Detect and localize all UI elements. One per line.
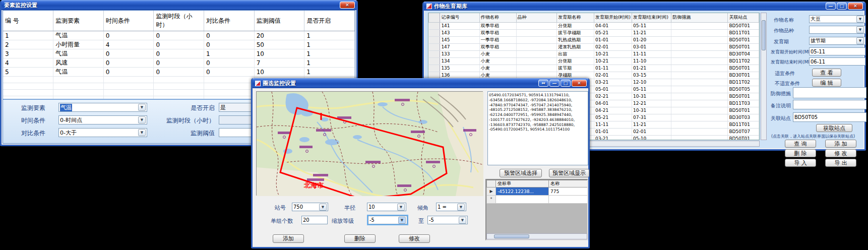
chevron-down-icon[interactable]: ▼ <box>398 217 406 224</box>
group-count-input[interactable]: 20 <box>301 216 328 224</box>
coordinates-textbox[interactable]: 05490.0172034571, 905914.1131794110, -63… <box>487 91 588 165</box>
chevron-down-icon[interactable]: ▼ <box>138 104 146 111</box>
table-cell <box>671 93 728 100</box>
table-cell: 05-01 <box>594 86 632 93</box>
table-cell: 小麦 <box>479 65 516 72</box>
import-button[interactable]: 导 入 <box>785 159 816 167</box>
get-station-button[interactable]: 获取站点 <box>816 124 852 132</box>
table-cell: 0 <box>154 58 204 68</box>
minimize-icon[interactable]: — <box>826 3 836 10</box>
table-row[interactable]: 141双季早稻分蘖期04-0105-11BD50T01 <box>429 22 759 29</box>
area-show-button[interactable]: 预警区域显示 <box>549 169 589 177</box>
chevron-down-icon[interactable]: ▼ <box>138 129 146 136</box>
table-cell <box>671 36 728 43</box>
modify-region-button[interactable]: 修改 <box>399 234 430 243</box>
time-cond-value: 0-时间点 <box>60 116 82 124</box>
table-row[interactable]: 135小麦拔节期01-1101-21BD50T01 <box>429 65 759 72</box>
element-combo[interactable]: 气温 ▼ <box>58 103 147 112</box>
chevron-down-icon[interactable]: ▼ <box>856 16 864 23</box>
zoom-to-combo[interactable]: -5▼ <box>427 216 468 224</box>
restore-icon[interactable]: ⇔ <box>538 80 548 87</box>
compare-combo[interactable]: 0-大于 ▼ <box>58 128 147 137</box>
table-row[interactable]: 1气温000201 <box>3 31 355 40</box>
table-row[interactable]: 3气温001101 <box>3 49 355 58</box>
add-region-button[interactable]: 添加 <box>273 234 304 243</box>
close-icon[interactable]: ✕ <box>848 3 863 10</box>
radius-combo[interactable]: 10▼ <box>367 203 406 211</box>
zoom-level-combo[interactable]: -5▼ <box>368 216 407 224</box>
suitable-cond-button[interactable]: 查 看 <box>812 69 841 77</box>
chevron-down-icon[interactable]: ▼ <box>319 204 327 211</box>
query-button[interactable]: 查 询 <box>785 140 816 148</box>
table-cell <box>671 22 728 29</box>
table-row[interactable]: 136小麦孕穗期02-0103-15BD30T01 <box>429 72 759 79</box>
table-row[interactable]: 5气温000101 <box>3 68 355 77</box>
table-cell: 50 <box>254 40 304 49</box>
stage-end-input[interactable]: 06-11 <box>809 57 865 66</box>
remark-textarea[interactable] <box>793 100 866 109</box>
area-select-button[interactable]: 预警区域选择 <box>500 169 542 177</box>
chevron-down-icon[interactable]: ▼ <box>397 204 405 211</box>
chevron-down-icon[interactable]: ▼ <box>457 204 465 211</box>
table-cell: BD50T01 <box>728 36 759 43</box>
table-row[interactable]: 133小麦出苗10-2111-11BD30T04 <box>429 50 759 57</box>
chevron-down-icon[interactable]: ▼ <box>856 37 864 44</box>
table-cell <box>516 36 557 43</box>
minimize-icon[interactable]: — <box>549 80 560 87</box>
close-icon[interactable]: ✕ <box>572 80 587 87</box>
delete-region-button[interactable]: 删除 <box>344 234 376 243</box>
table-cell: 3 <box>3 49 53 58</box>
variety-combo[interactable]: ▼ <box>809 26 865 34</box>
table-cell <box>516 43 557 50</box>
chevron-down-icon[interactable]: ▼ <box>856 26 864 33</box>
element-combo-value: 气温 <box>60 104 72 111</box>
table-row[interactable]: 143双季早稻拔节孕穗期05-2111-21BD11T01 <box>429 29 759 36</box>
horizontal-scrollbar[interactable] <box>486 233 587 239</box>
map-canvas[interactable]: 北海市 <box>256 91 483 196</box>
chevron-down-icon[interactable]: ▼ <box>459 217 466 224</box>
column-header: 关联站点 <box>728 13 759 22</box>
station-input[interactable]: BD50T05 <box>793 112 866 122</box>
stage-combo[interactable]: 拔节期▼ <box>809 37 865 45</box>
crop-name-combo[interactable]: 大豆▼ <box>809 15 865 23</box>
table-cell: 小时雨量 <box>53 40 104 49</box>
add-button[interactable]: 添 加 <box>825 140 856 148</box>
table-cell: BD50T01 <box>728 43 759 50</box>
defense-textarea[interactable] <box>793 87 866 98</box>
table-cell: 12-21 <box>632 100 671 107</box>
angle-combo[interactable]: 1 =▼ <box>436 203 466 211</box>
crop-stage-titlebar[interactable]: 作物生育期库 — □ ✕ <box>424 2 864 11</box>
group-count-label: 单组个数 <box>271 217 293 225</box>
table-cell: 10 <box>254 68 304 77</box>
table-row[interactable]: 2小时雨量400501 <box>3 40 355 49</box>
vertical-scrollbar[interactable] <box>761 13 767 140</box>
grid-row-selected[interactable]: ▶ -45122.12238... 775 <box>487 188 588 196</box>
table-row[interactable]: 145一季早稻乳熟成熟期01-0101-20BD50T01 <box>429 36 759 43</box>
unsuitable-cond-button[interactable]: 编 辑 <box>812 79 841 87</box>
table-cell: 02-01 <box>632 128 671 135</box>
table-cell: 2 <box>3 40 53 49</box>
circle-select-titlebar[interactable]: 圈选监控设置 ⇔ — □ ✕ <box>253 78 588 88</box>
table-cell: 1 <box>304 68 355 77</box>
enabled-value: 是 <box>220 104 226 111</box>
table-header-row: 编 号监测要素时间条件监测时段（小时）对比条件监测阈值是否开启 <box>3 11 355 31</box>
table-cell: 05-11 <box>632 86 671 93</box>
station-no-combo[interactable]: 750▼ <box>292 203 328 211</box>
table-cell: BD50T01 <box>728 93 759 100</box>
stage-start-input[interactable]: 05-11 <box>809 47 865 55</box>
maximize-icon[interactable]: □ <box>837 3 847 10</box>
chevron-down-icon[interactable]: ▼ <box>138 116 146 123</box>
export-button[interactable]: 导 出 <box>825 159 856 167</box>
table-cell: 05-21 <box>594 29 632 36</box>
table-row[interactable]: 147双季早稻灌浆乳熟期02-0103-01BD50T01 <box>429 43 759 50</box>
table-row[interactable]: 4风速00071 <box>3 58 355 68</box>
table-cell: 07-31 <box>632 114 671 121</box>
maximize-icon[interactable]: □ <box>561 80 571 87</box>
time-cond-combo[interactable]: 0-时间点 ▼ <box>58 115 147 124</box>
delete-button[interactable]: 删 除 <box>785 149 816 157</box>
close-icon[interactable]: ✕ <box>340 2 355 9</box>
table-row[interactable]: 134小麦分蘖期10-2111-10BD11T02 <box>429 57 759 65</box>
modify-button[interactable]: 修 改 <box>825 149 856 157</box>
element-monitor-titlebar[interactable]: 要素监控设置 ✕ <box>2 0 356 10</box>
grid-new-row[interactable]: * <box>487 196 588 204</box>
